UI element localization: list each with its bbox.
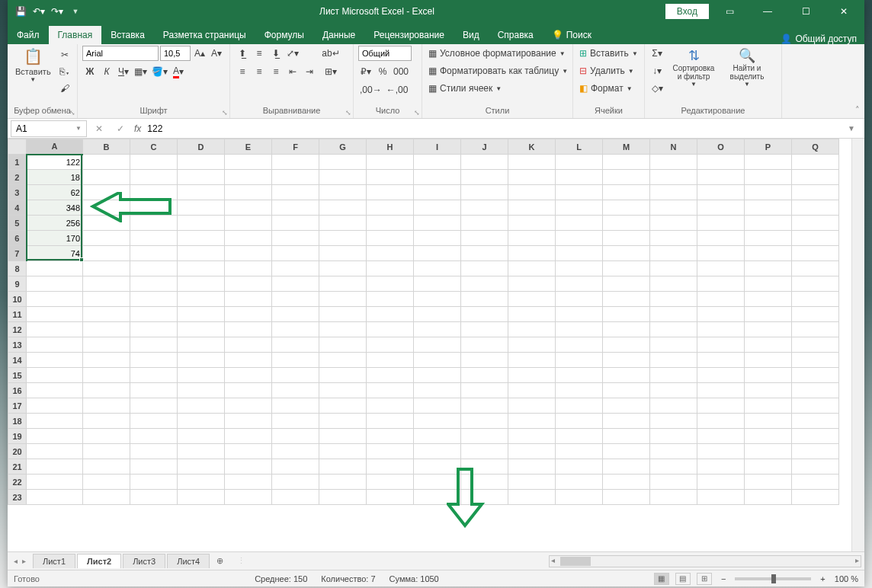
cell-I1[interactable] [414, 155, 461, 170]
cell-M10[interactable] [603, 292, 650, 307]
cell-L8[interactable] [556, 261, 603, 276]
cell-A6[interactable]: 170 [27, 231, 83, 246]
cell-P20[interactable] [745, 444, 792, 459]
col-header-L[interactable]: L [556, 139, 603, 155]
col-header-E[interactable]: E [225, 139, 272, 155]
cell-A17[interactable] [27, 398, 83, 414]
cell-P10[interactable] [745, 292, 792, 307]
align-launcher[interactable]: ⤡ [345, 109, 351, 117]
cell-Q17[interactable] [792, 398, 839, 414]
cell-E10[interactable] [225, 292, 272, 307]
cell-I21[interactable] [414, 459, 461, 475]
cell-M12[interactable] [603, 322, 650, 337]
cell-L15[interactable] [556, 368, 603, 383]
cell-F17[interactable] [272, 398, 319, 414]
cell-K11[interactable] [508, 307, 556, 322]
cell-H5[interactable] [367, 216, 414, 231]
cell-F14[interactable] [272, 353, 319, 368]
cell-P23[interactable] [745, 490, 792, 505]
row-header-16[interactable]: 16 [8, 383, 27, 398]
cell-O17[interactable] [697, 398, 745, 414]
col-header-A[interactable]: A [27, 139, 83, 155]
increase-font-icon[interactable]: A▴ [192, 46, 207, 61]
cell-M16[interactable] [603, 383, 650, 398]
clear-icon[interactable]: ◇▾ [649, 81, 665, 96]
cell-F13[interactable] [272, 337, 319, 353]
cell-I13[interactable] [414, 337, 461, 353]
cell-J9[interactable] [461, 276, 508, 292]
cell-E20[interactable] [225, 444, 272, 459]
cell-Q23[interactable] [792, 490, 839, 505]
cell-C5[interactable] [130, 216, 178, 231]
cell-J21[interactable] [461, 459, 508, 475]
cell-B3[interactable] [83, 185, 130, 200]
cell-Q6[interactable] [792, 231, 839, 246]
cell-E9[interactable] [225, 276, 272, 292]
cell-A16[interactable] [27, 383, 83, 398]
cell-F9[interactable] [272, 276, 319, 292]
cell-P16[interactable] [745, 383, 792, 398]
cell-N16[interactable] [650, 383, 697, 398]
row-header-18[interactable]: 18 [8, 414, 27, 429]
orientation-icon[interactable]: ⤢▾ [285, 46, 300, 61]
cell-O23[interactable] [697, 490, 745, 505]
cell-J2[interactable] [461, 170, 508, 185]
fill-icon[interactable]: ↓▾ [649, 63, 665, 78]
cell-G12[interactable] [319, 322, 367, 337]
cell-L10[interactable] [556, 292, 603, 307]
format-painter-icon[interactable]: 🖌 [57, 81, 72, 96]
cell-M17[interactable] [603, 398, 650, 414]
cell-P2[interactable] [745, 170, 792, 185]
cell-J18[interactable] [461, 414, 508, 429]
align-left-icon[interactable]: ≡ [235, 64, 250, 79]
cell-L6[interactable] [556, 231, 603, 246]
copy-icon[interactable]: ⎘▾ [57, 64, 72, 79]
cell-B7[interactable] [83, 246, 130, 261]
col-header-N[interactable]: N [650, 139, 697, 155]
cell-Q18[interactable] [792, 414, 839, 429]
tell-me-search[interactable]: 💡Поиск [543, 26, 601, 44]
col-header-F[interactable]: F [272, 139, 319, 155]
cell-E22[interactable] [225, 475, 272, 490]
cell-A5[interactable]: 256 [27, 216, 83, 231]
maximize-button[interactable]: ☐ [788, 0, 823, 23]
cell-G14[interactable] [319, 353, 367, 368]
col-header-K[interactable]: K [508, 139, 556, 155]
cell-H1[interactable] [367, 155, 414, 170]
cell-I23[interactable] [414, 490, 461, 505]
row-header-17[interactable]: 17 [8, 398, 27, 414]
cell-P12[interactable] [745, 322, 792, 337]
cell-C23[interactable] [130, 490, 178, 505]
cell-C1[interactable] [130, 155, 178, 170]
cell-E2[interactable] [225, 170, 272, 185]
cell-O18[interactable] [697, 414, 745, 429]
cell-J19[interactable] [461, 429, 508, 444]
cell-O7[interactable] [697, 246, 745, 261]
cell-K16[interactable] [508, 383, 556, 398]
cell-P13[interactable] [745, 337, 792, 353]
row-header-11[interactable]: 11 [8, 307, 27, 322]
cell-L2[interactable] [556, 170, 603, 185]
col-header-C[interactable]: C [130, 139, 178, 155]
cell-P17[interactable] [745, 398, 792, 414]
cell-G10[interactable] [319, 292, 367, 307]
cell-B11[interactable] [83, 307, 130, 322]
cell-E14[interactable] [225, 353, 272, 368]
cell-J20[interactable] [461, 444, 508, 459]
cell-L18[interactable] [556, 414, 603, 429]
cell-F20[interactable] [272, 444, 319, 459]
col-header-O[interactable]: O [697, 139, 745, 155]
cell-K5[interactable] [508, 216, 556, 231]
cell-I6[interactable] [414, 231, 461, 246]
cell-Q15[interactable] [792, 368, 839, 383]
align-middle-icon[interactable]: ≡ [252, 46, 267, 61]
cell-A21[interactable] [27, 459, 83, 475]
cell-B12[interactable] [83, 322, 130, 337]
cell-G11[interactable] [319, 307, 367, 322]
view-page-layout-icon[interactable]: ▤ [675, 573, 691, 585]
font-name-input[interactable] [82, 46, 159, 61]
cell-O14[interactable] [697, 353, 745, 368]
cell-Q1[interactable] [792, 155, 839, 170]
tab-file[interactable]: Файл [8, 26, 49, 44]
formula-input[interactable] [147, 123, 842, 134]
